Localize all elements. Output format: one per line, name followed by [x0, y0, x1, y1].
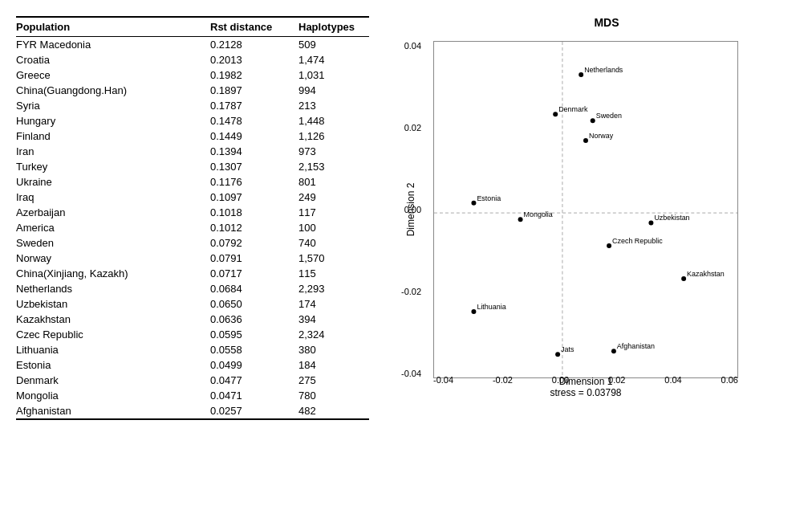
table-cell: Czec Republic: [16, 327, 210, 342]
table-cell: Iraq: [16, 190, 210, 205]
table-cell: Lithuania: [16, 342, 210, 357]
chart-point-label: Czech Republic: [612, 237, 663, 245]
y-tick: -0.02: [401, 287, 421, 296]
right-panel: MDS Dimension 2 0.040.020.00-0.02-0.04 N…: [385, 8, 812, 506]
chart-point: [471, 201, 476, 206]
table-cell: 994: [298, 83, 369, 98]
chart-point: [579, 72, 583, 77]
table-cell: 0.1982: [210, 67, 298, 83]
table-cell: 117: [298, 205, 369, 220]
table-cell: 0.0558: [210, 342, 298, 357]
chart-point: [518, 217, 523, 222]
chart-point: [583, 138, 588, 143]
chart-point: [591, 118, 595, 123]
table-cell: Denmark: [16, 373, 210, 388]
table-cell: 2,153: [298, 159, 369, 174]
table-cell: 2,293: [298, 281, 369, 296]
table-cell: 0.2013: [210, 52, 298, 67]
chart-point: [681, 276, 686, 281]
table-cell: Netherlands: [16, 281, 210, 296]
chart-point: [555, 352, 560, 357]
chart-area: NetherlandsDenmarkSwedenNorwayEstoniaMon…: [433, 41, 738, 378]
table-cell: 0.0595: [210, 327, 298, 342]
chart-title: MDS: [417, 16, 796, 29]
chart-point-label: Mongolia: [524, 210, 553, 218]
table-cell: America: [16, 220, 210, 235]
chart-point: [471, 309, 476, 314]
table-cell: 0.1478: [210, 113, 298, 128]
table-cell: 482: [298, 403, 369, 419]
table-cell: 0.0471: [210, 388, 298, 403]
chart-point-label: Netherlands: [584, 66, 623, 74]
chart-point: [607, 243, 611, 248]
table-cell: Sweden: [16, 235, 210, 251]
table-cell: Uzbekistan: [16, 296, 210, 312]
table-cell: Croatia: [16, 52, 210, 67]
table-cell: Syria: [16, 98, 210, 113]
table-cell: Azerbaijan: [16, 205, 210, 220]
table-cell: 115: [298, 266, 369, 281]
table-cell: Finland: [16, 128, 210, 144]
table-cell: 0.0791: [210, 251, 298, 266]
table-cell: Estonia: [16, 357, 210, 373]
table-cell: 0.1097: [210, 190, 298, 205]
table-cell: 0.0636: [210, 312, 298, 327]
table-cell: FYR Macedonia: [16, 37, 210, 53]
chart-container: Dimension 2 0.040.020.00-0.02-0.04 Nethe…: [393, 33, 762, 418]
chart-point-label: Kazakhstan: [687, 270, 725, 278]
y-tick: -0.04: [401, 369, 421, 378]
table-cell: 973: [298, 144, 369, 159]
table-cell: 1,474: [298, 52, 369, 67]
y-tick: 0.02: [404, 123, 421, 133]
table-cell: 1,448: [298, 113, 369, 128]
table-cell: 0.1176: [210, 174, 298, 190]
table-cell: 275: [298, 373, 369, 388]
table-cell: 100: [298, 220, 369, 235]
col-header-rst: Rst distance: [210, 17, 298, 37]
table-cell: Greece: [16, 67, 210, 83]
table-cell: 1,126: [298, 128, 369, 144]
table-cell: 0.1018: [210, 205, 298, 220]
table-cell: 740: [298, 235, 369, 251]
table-cell: China(Guangdong.Han): [16, 83, 210, 98]
data-table: Population Rst distance Haplotypes FYR M…: [16, 16, 369, 420]
table-cell: 0.0792: [210, 235, 298, 251]
chart-point-label: Norway: [589, 132, 614, 140]
col-header-population: Population: [16, 17, 210, 37]
table-cell: 0.1897: [210, 83, 298, 98]
table-cell: 249: [298, 190, 369, 205]
table-cell: Iran: [16, 144, 210, 159]
chart-point-label: Uzbekistan: [654, 214, 689, 222]
table-cell: 0.1012: [210, 220, 298, 235]
chart-point: [648, 220, 653, 225]
table-cell: Norway: [16, 251, 210, 266]
table-cell: Mongolia: [16, 388, 210, 403]
table-cell: 0.0717: [210, 266, 298, 281]
table-cell: 0.0477: [210, 373, 298, 388]
y-tick: 0.04: [404, 41, 421, 51]
chart-point-label: Jats: [561, 345, 574, 353]
table-cell: 0.1394: [210, 144, 298, 159]
table-cell: Turkey: [16, 159, 210, 174]
chart-point-label: Denmark: [558, 105, 588, 113]
table-cell: 0.0499: [210, 357, 298, 373]
table-cell: 1,570: [298, 251, 369, 266]
table-cell: 213: [298, 98, 369, 113]
table-cell: 0.0257: [210, 403, 298, 419]
table-cell: China(Xinjiang, Kazakh): [16, 266, 210, 281]
table-cell: 0.1787: [210, 98, 298, 113]
table-cell: 174: [298, 296, 369, 312]
chart-point-label: Estonia: [477, 194, 501, 202]
y-tick: 0.00: [404, 205, 421, 214]
table-cell: 0.2128: [210, 37, 298, 53]
table-cell: 0.0650: [210, 296, 298, 312]
x-axis-label: Dimension 1 stress = 0.03798: [433, 376, 738, 398]
chart-point: [611, 349, 616, 353]
table-cell: 394: [298, 312, 369, 327]
table-cell: 2,324: [298, 327, 369, 342]
table-cell: 509: [298, 37, 369, 53]
table-cell: Afghanistan: [16, 403, 210, 419]
chart-point-label: Lithuania: [477, 303, 505, 311]
table-cell: 380: [298, 342, 369, 357]
table-cell: 0.1307: [210, 159, 298, 174]
